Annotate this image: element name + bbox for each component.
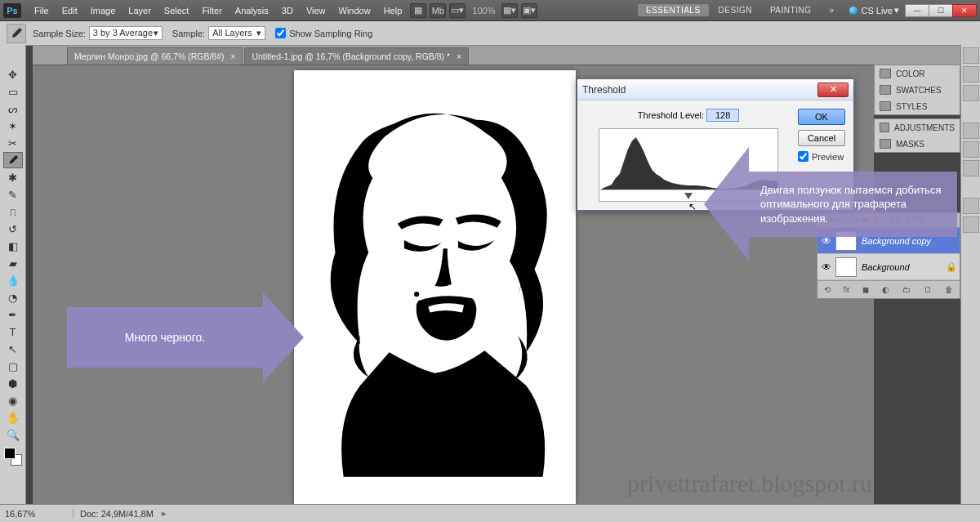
close-tab-icon[interactable]: ×: [457, 52, 461, 61]
mask-icon[interactable]: ◼: [862, 285, 869, 294]
collapsed-panel-icon[interactable]: [963, 141, 979, 158]
menu-select[interactable]: Select: [158, 2, 196, 19]
close-tab-icon[interactable]: ×: [231, 52, 236, 61]
collapsed-panel-icon[interactable]: [963, 198, 979, 214]
cs-live-button[interactable]: CS Live▾: [849, 5, 899, 16]
eyedropper-tool-icon[interactable]: [7, 24, 26, 43]
zoom-tool[interactable]: 🔍: [3, 426, 23, 443]
marquee-tool[interactable]: ▭: [3, 83, 23, 100]
workspace-design[interactable]: DESIGN: [710, 4, 760, 16]
status-doc-size[interactable]: Doc: 24,9M/41,8M: [74, 509, 160, 519]
status-bar: 16,67% Doc: 24,9M/41,8M ▸: [0, 504, 980, 522]
cursor-icon: ↖: [688, 201, 697, 212]
menu-layer[interactable]: Layer: [122, 2, 158, 19]
visibility-icon[interactable]: 👁: [817, 261, 835, 273]
document-tab-2[interactable]: Untitled-1.jpg @ 16,7% (Background copy,…: [244, 47, 469, 65]
document-tab-1[interactable]: Мерлин Монро.jpg @ 66,7% (RGB/8#)×: [67, 47, 243, 65]
fx-icon[interactable]: fx: [844, 285, 850, 294]
panel-swatches[interactable]: SWATCHES: [875, 82, 960, 98]
screen-mode-icon[interactable]: ▣▾: [521, 3, 537, 18]
type-tool[interactable]: T: [3, 323, 23, 340]
svg-point-0: [414, 292, 419, 297]
annotation-right: Двигая ползунок пытаемся добиться оптима…: [704, 147, 957, 261]
healing-brush-tool[interactable]: ✱: [3, 169, 23, 185]
launch-bridge-icon[interactable]: ▦: [410, 3, 426, 18]
color-swatch[interactable]: [4, 448, 22, 466]
window-maximize-button[interactable]: ☐: [929, 4, 953, 17]
sample-layers-select[interactable]: All Layers ▾: [208, 26, 265, 40]
quick-select-tool[interactable]: ✶: [3, 118, 23, 134]
collapsed-panel-icon[interactable]: [963, 85, 979, 101]
path-select-tool[interactable]: ↖: [3, 341, 23, 357]
workspace-more[interactable]: »: [821, 4, 842, 16]
swatches-icon: [880, 85, 891, 95]
layers-footer: ⟲ fx ◼ ◐ 🗀 🗋 🗑: [817, 280, 960, 298]
sample-size-select[interactable]: 3 by 3 Average ▾: [89, 26, 163, 40]
hand-tool[interactable]: ✋: [3, 409, 23, 426]
shape-tool[interactable]: ▢: [3, 358, 23, 374]
panel-adjustments[interactable]: ADJUSTMENTS: [875, 119, 960, 136]
document-canvas[interactable]: [294, 70, 576, 505]
menu-window[interactable]: Window: [332, 2, 377, 19]
menu-view[interactable]: View: [300, 2, 332, 19]
eyedropper-tool[interactable]: [3, 152, 23, 168]
window-close-button[interactable]: ✕: [952, 4, 977, 17]
menu-file[interactable]: File: [28, 2, 56, 19]
history-brush-tool[interactable]: ↺: [3, 221, 23, 237]
adjustments-icon: [880, 123, 889, 132]
show-sampling-ring-label: Show Sampling Ring: [289, 29, 372, 38]
3d-tool[interactable]: ⬢: [3, 375, 23, 391]
gradient-tool[interactable]: ▰: [3, 255, 23, 271]
menu-3d[interactable]: 3D: [275, 2, 300, 19]
crop-tool[interactable]: ✂: [3, 135, 23, 151]
threshold-slider-thumb[interactable]: [684, 193, 693, 199]
delete-layer-icon[interactable]: 🗑: [945, 285, 953, 294]
right-dock-collapsed: [960, 45, 980, 504]
collapsed-panel-icon[interactable]: [963, 216, 979, 233]
collapsed-panel-icon[interactable]: [963, 47, 979, 64]
window-minimize-button[interactable]: —: [905, 4, 929, 17]
dodge-tool[interactable]: ◔: [3, 289, 23, 306]
cancel-button[interactable]: Cancel: [798, 130, 845, 146]
brush-tool[interactable]: ✎: [3, 186, 23, 203]
zoom-level[interactable]: 100%: [472, 6, 495, 16]
lasso-tool[interactable]: ᔕ: [3, 100, 23, 117]
move-tool[interactable]: ✥: [3, 66, 23, 83]
styles-icon: [880, 101, 891, 111]
menu-image[interactable]: Image: [84, 2, 122, 19]
dialog-titlebar[interactable]: Threshold ✕: [577, 79, 853, 100]
tools-panel: ✥ ▭ ᔕ ✶ ✂ ✱ ✎ ⎍ ↺ ◧ ▰ 💧 ◔ ✒ T ↖ ▢ ⬢ ◉ ✋ …: [0, 45, 26, 504]
color-icon: [880, 69, 891, 78]
eraser-tool[interactable]: ◧: [3, 238, 23, 254]
collapsed-panel-icon[interactable]: [963, 123, 979, 139]
collapsed-panel-icon[interactable]: [963, 160, 979, 176]
stamp-tool[interactable]: ⎍: [3, 203, 23, 220]
annotation-left: Много черного.: [67, 292, 304, 382]
extras-icon[interactable]: ▭▾: [449, 3, 466, 18]
menu-filter[interactable]: Filter: [195, 2, 228, 19]
ok-button[interactable]: OK: [798, 109, 845, 125]
group-icon[interactable]: 🗀: [902, 285, 911, 294]
new-layer-icon[interactable]: 🗋: [924, 285, 932, 294]
collapsed-panel-icon[interactable]: [963, 66, 979, 83]
menu-edit[interactable]: Edit: [56, 2, 84, 19]
dialog-close-button[interactable]: ✕: [817, 83, 849, 97]
workspace-essentials[interactable]: ESSENTIALS: [638, 4, 709, 16]
threshold-image: [310, 87, 559, 485]
show-sampling-ring-checkbox[interactable]: [275, 28, 286, 38]
blur-tool[interactable]: 💧: [3, 272, 23, 288]
menu-help[interactable]: Help: [377, 2, 409, 19]
panel-color[interactable]: COLOR: [875, 65, 960, 82]
3d-camera-tool[interactable]: ◉: [3, 392, 23, 408]
adjustment-layer-icon[interactable]: ◐: [882, 285, 889, 294]
workspace-painting[interactable]: PAINTING: [762, 4, 819, 16]
pen-tool[interactable]: ✒: [3, 306, 23, 323]
threshold-level-input[interactable]: [706, 109, 739, 122]
menu-analysis[interactable]: Analysis: [229, 2, 275, 19]
arrange-docs-icon[interactable]: ▦▾: [501, 3, 518, 18]
lock-icon: 🔒: [943, 261, 960, 272]
status-zoom[interactable]: 16,67%: [0, 509, 74, 519]
link-layers-icon[interactable]: ⟲: [824, 285, 831, 294]
launch-minibridge-icon[interactable]: Mb: [430, 3, 446, 18]
panel-styles[interactable]: STYLES: [875, 98, 960, 114]
